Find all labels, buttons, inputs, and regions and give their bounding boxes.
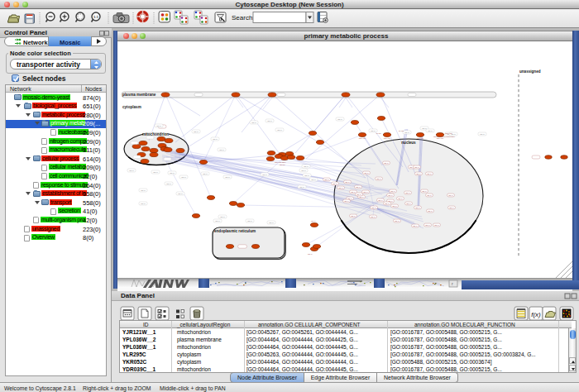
svg-text:lab el: lab el (267, 120, 272, 122)
svg-text:lab el: lab el (434, 224, 439, 226)
svg-text:cytoplasm: cytoplasm (122, 105, 141, 109)
svg-text:unassigned: unassigned (519, 69, 541, 74)
svg-text:lab el: lab el (371, 216, 376, 218)
svg-text:lab el: lab el (215, 220, 220, 222)
svg-text:lab el: lab el (363, 191, 368, 193)
svg-text:lab el: lab el (301, 170, 306, 171)
svg-text:lab el: lab el (356, 186, 361, 188)
svg-text:lab el: lab el (156, 125, 161, 127)
svg-text:lab el: lab el (388, 194, 393, 196)
svg-text:lab el: lab el (220, 216, 225, 218)
svg-text:lab el: lab el (371, 207, 376, 208)
svg-text:lab el: lab el (338, 187, 343, 189)
svg-text:lab nm: lab nm (280, 164, 285, 165)
svg-text:label nm: label nm (445, 132, 452, 134)
svg-text:lab el: lab el (427, 173, 432, 174)
svg-text:lab el: lab el (351, 191, 356, 193)
svg-text:lab el: lab el (388, 200, 393, 202)
svg-text:lab el: lab el (404, 131, 409, 133)
svg-text:lab el: lab el (304, 165, 309, 167)
svg-text:lab el: lab el (359, 196, 364, 198)
svg-text:labelnamelabelnamelabel: labelnamelabelnamelabel (433, 136, 456, 137)
svg-text:lab el: lab el (247, 220, 252, 222)
svg-text:lab el: lab el (378, 199, 383, 201)
svg-text:lab el: lab el (337, 118, 342, 120)
svg-text:lab el: lab el (141, 189, 146, 191)
svg-text:lb nm: lb nm (376, 132, 381, 134)
svg-text:lab el: lab el (428, 210, 433, 212)
svg-text:lab el: lab el (225, 176, 230, 178)
svg-text:lab el: lab el (385, 203, 390, 204)
svg-text:lab el: lab el (219, 149, 224, 151)
svg-text:nucleus: nucleus (401, 141, 416, 145)
svg-text:lab el: lab el (413, 225, 418, 227)
svg-text:lab el: lab el (178, 193, 183, 194)
svg-text:lab el: lab el (392, 205, 397, 207)
svg-text:lab el: lab el (262, 174, 267, 175)
svg-text:lab el: lab el (415, 207, 420, 208)
svg-text:lab el: lab el (277, 129, 282, 131)
svg-text:lab el: lab el (414, 166, 419, 168)
svg-text:label nm: label nm (384, 137, 390, 139)
svg-text:f(x): f(x) (531, 311, 541, 318)
svg-text:mitochondrion: mitochondrion (142, 132, 169, 136)
svg-text:lab el: lab el (448, 194, 453, 196)
svg-text:lab el: lab el (480, 133, 485, 135)
svg-text:label nm: label nm (417, 137, 423, 139)
svg-text:lab el: lab el (304, 174, 309, 176)
svg-text:lab el: lab el (213, 138, 218, 140)
svg-text:lab el: lab el (364, 172, 369, 174)
svg-text:label nm label: label nm label (275, 161, 286, 163)
svg-text:lbl nm: lbl nm (399, 130, 404, 131)
svg-text:lab el: lab el (311, 179, 316, 180)
svg-text:lab el: lab el (449, 207, 454, 208)
svg-text:lab el: lab el (351, 215, 356, 217)
svg-text:lab el: lab el (371, 130, 376, 131)
svg-text:lab el: lab el (181, 176, 186, 178)
svg-text:lab el: lab el (405, 192, 410, 194)
svg-text:lab el: lab el (384, 162, 389, 164)
svg-text:lab el: lab el (347, 198, 352, 199)
svg-text:lab el: lab el (345, 181, 350, 183)
svg-text:lab el: lab el (194, 131, 199, 132)
svg-text:lab el: lab el (333, 183, 337, 184)
svg-text:lab el: lab el (356, 194, 361, 195)
svg-text:label nm: label nm (437, 137, 443, 139)
svg-text:lab el: lab el (416, 173, 421, 174)
svg-text:lab el: lab el (406, 203, 411, 204)
svg-text:lab el: lab el (344, 200, 349, 202)
svg-text:lab el: lab el (299, 186, 304, 188)
svg-text:plasma membrane: plasma membrane (122, 93, 156, 97)
svg-text:lab el: lab el (422, 190, 427, 192)
svg-text:lab el: lab el (428, 130, 433, 131)
svg-text:lab el: lab el (166, 183, 171, 184)
svg-text:lab el: lab el (269, 222, 274, 223)
svg-text:lab el: lab el (203, 173, 208, 174)
svg-text:lab el: lab el (251, 122, 256, 123)
svg-text:lab el: lab el (422, 127, 427, 129)
svg-text:lab el: lab el (311, 220, 316, 222)
svg-text:lab el: lab el (398, 198, 403, 199)
svg-text:lab el: lab el (129, 170, 134, 171)
svg-text:lab el: lab el (390, 190, 395, 192)
svg-text:lab el: lab el (153, 171, 158, 173)
svg-text:lab el: lab el (376, 178, 381, 179)
svg-text:lab el: lab el (427, 194, 432, 196)
svg-text:lab el: lab el (141, 203, 146, 204)
svg-text:lab el: lab el (308, 253, 313, 255)
svg-text:lab el: lab el (425, 224, 430, 226)
svg-text:1:1: 1:1 (93, 15, 99, 19)
svg-text:lab el: lab el (324, 179, 329, 180)
svg-text:label nm: label nm (359, 137, 366, 139)
svg-text:endoplasmic reticulum: endoplasmic reticulum (214, 229, 256, 233)
svg-text:lab el: lab el (170, 172, 175, 174)
svg-text:Search:: Search: (232, 14, 255, 22)
svg-text:lab el: lab el (395, 220, 400, 222)
